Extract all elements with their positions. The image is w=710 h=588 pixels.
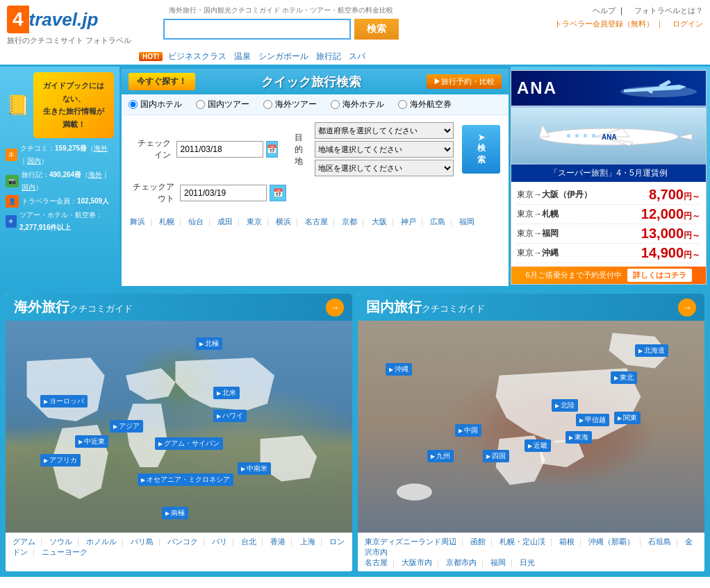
tour-stat: ツアー・ホテル・航空券：2,277,916件以上 xyxy=(19,209,114,234)
link-taipei[interactable]: 台北 xyxy=(241,537,256,546)
pin-tohoku[interactable]: 東北 xyxy=(611,371,637,384)
ana-footer-text: 6月ご搭乗分まで予約受付中 xyxy=(525,270,621,280)
diary-icon: 📷 xyxy=(6,175,19,187)
city-narita[interactable]: 成田 xyxy=(217,217,233,226)
city-osaka[interactable]: 大阪 xyxy=(372,217,387,226)
link-sapporo-jozankei[interactable]: 札幌・定山渓 xyxy=(500,537,545,546)
pin-kyushu[interactable]: 九州 xyxy=(427,450,454,462)
link-okinawa-naha[interactable]: 沖縄（那覇） xyxy=(588,537,634,546)
tab-overseas-tour[interactable]: 海外ツアー xyxy=(263,99,317,110)
link-seoul[interactable]: ソウル xyxy=(49,537,72,546)
svg-text:ANA: ANA xyxy=(602,133,617,141)
main-search-button[interactable]: 検索 xyxy=(354,19,399,40)
link-disneyland[interactable]: 東京ディズニーランド周辺 xyxy=(365,537,456,546)
ana-logo-plane xyxy=(617,74,700,102)
pin-okinawa[interactable]: 沖縄 xyxy=(386,363,412,376)
hotbar-link-onsen[interactable]: 温泉 xyxy=(234,51,251,62)
link-paris[interactable]: パリ xyxy=(212,537,227,546)
pin-chugoku[interactable]: 中国 xyxy=(455,424,481,437)
pin-shikoku[interactable]: 四国 xyxy=(483,450,509,462)
checkout-input[interactable] xyxy=(180,185,267,201)
city-nagoya[interactable]: 名古屋 xyxy=(305,217,328,226)
pin-europe[interactable]: ヨーロッパ xyxy=(40,395,88,408)
city-yokohama[interactable]: 横浜 xyxy=(276,217,291,226)
tab-domestic-hotel[interactable]: 国内ホテル xyxy=(129,99,182,110)
main-search-input[interactable] xyxy=(163,19,351,40)
link-shanghai[interactable]: 上海 xyxy=(300,537,315,546)
login-link[interactable]: ログイン xyxy=(672,19,703,28)
link-bangkok[interactable]: バンコク xyxy=(167,537,198,546)
pin-asia[interactable]: アジア xyxy=(110,420,143,432)
pin-kinki[interactable]: 近畿 xyxy=(525,439,551,452)
link-hongkong[interactable]: 香港 xyxy=(270,537,286,546)
link-bali[interactable]: バリ島 xyxy=(131,537,154,546)
pin-kanto[interactable]: 関東 xyxy=(614,412,641,424)
hotbar-link-spa[interactable]: スパ xyxy=(349,51,365,62)
link-nagoya2[interactable]: 名古屋 xyxy=(365,558,388,566)
register-link[interactable]: トラベラー会員登録（無料） xyxy=(554,19,654,28)
link-hakone[interactable]: 箱根 xyxy=(559,537,575,546)
link-kyoto2[interactable]: 京都市内 xyxy=(446,558,477,566)
hotbar-link-traveljournal[interactable]: 旅行記 xyxy=(316,51,341,62)
city-fukuoka[interactable]: 福岡 xyxy=(459,217,474,226)
help-link[interactable]: ヘルプ xyxy=(593,6,616,15)
area-select[interactable]: 地区を選択してください xyxy=(315,160,454,176)
city-maihama[interactable]: 舞浜 xyxy=(130,217,145,226)
link-nikko[interactable]: 日光 xyxy=(520,558,535,566)
pin-nankyoku[interactable]: 南極 xyxy=(162,507,188,519)
review-stat: クチコミ：159,275冊（海外｜国内） xyxy=(20,142,114,167)
city-sendai[interactable]: 仙台 xyxy=(188,217,204,226)
pin-tokai[interactable]: 東海 xyxy=(565,431,592,444)
link-fukuoka2[interactable]: 福岡 xyxy=(490,558,506,566)
tab-domestic-tour[interactable]: 国内ツアー xyxy=(196,99,249,110)
world-map-svg xyxy=(6,321,352,532)
domestic-city-links: 東京ディズニーランド周辺｜ 函館｜ 札幌・定山渓｜ 箱根｜ 沖縄（那覇）｜ 石垣… xyxy=(358,532,704,571)
search-now-button[interactable]: 今すぐ探す！ xyxy=(129,73,195,90)
overseas-guide-title: 海外旅行クチコミガイド xyxy=(14,298,133,317)
pin-central-south-america[interactable]: 中南米 xyxy=(238,462,271,475)
city-hiroshima[interactable]: 広島 xyxy=(430,217,445,226)
link-honolulu[interactable]: ホノルル xyxy=(86,537,117,546)
checkin-input[interactable] xyxy=(176,141,263,158)
link-ishigaki[interactable]: 石垣島 xyxy=(648,537,671,546)
pin-hawaii[interactable]: ハワイ xyxy=(213,410,247,422)
pin-africa[interactable]: アフリカ xyxy=(40,454,81,467)
pin-hokkyoku[interactable]: 北極 xyxy=(196,337,222,350)
logo-number: 4 xyxy=(7,6,29,33)
checkin-calendar-icon[interactable]: 📅 xyxy=(266,141,278,158)
region-select[interactable]: 地域を選択してください xyxy=(315,141,454,158)
city-sapporo[interactable]: 札幌 xyxy=(159,217,174,226)
pin-north-america[interactable]: 北米 xyxy=(213,387,240,399)
travel-book-link[interactable]: ▶旅行予約・比較 xyxy=(427,74,502,89)
pref-select[interactable]: 都道府県を選択してください xyxy=(315,122,454,139)
checkout-calendar-icon[interactable]: 📅 xyxy=(270,185,286,201)
tab-overseas-flight[interactable]: 海外航空券 xyxy=(398,99,452,110)
pin-koshinetsu[interactable]: 甲信越 xyxy=(576,414,609,426)
city-kyoto[interactable]: 京都 xyxy=(342,217,357,226)
city-kobe[interactable]: 神戸 xyxy=(401,217,416,226)
tab-overseas-hotel[interactable]: 海外ホテル xyxy=(331,99,384,110)
member-stat: トラベラー会員：102,509人 xyxy=(22,195,109,208)
pin-middle-east[interactable]: 中近東 xyxy=(75,435,108,448)
overseas-guide-arrow[interactable]: → xyxy=(326,299,344,317)
pin-guam[interactable]: グアム・サイパン xyxy=(155,437,223,450)
pin-hokkaido[interactable]: 北海道 xyxy=(635,344,668,357)
city-tokyo[interactable]: 東京 xyxy=(247,217,262,226)
hotbar-link-singapore[interactable]: シンガポール xyxy=(258,51,308,62)
link-osaka2[interactable]: 大阪市内 xyxy=(402,558,432,566)
link-guam[interactable]: グアム xyxy=(13,537,35,546)
link-newyork[interactable]: ニューヨーク xyxy=(42,548,88,556)
tour-icon: ✈ xyxy=(6,215,17,228)
hotbar-link-business[interactable]: ビジネスクラス xyxy=(168,51,226,62)
domestic-guide-arrow[interactable]: → xyxy=(678,299,696,317)
hot-badge: HOT! xyxy=(139,52,163,61)
ana-plane-image: ANA xyxy=(511,106,706,165)
city-links: 舞浜｜ 札幌｜ 仙台｜ 成田｜ 東京｜ 横浜｜ 名古屋｜ 京都｜ 大阪｜ 神戸｜… xyxy=(122,214,509,233)
widget-search-button[interactable]: ➤ 検索 xyxy=(462,125,500,174)
pin-oceania[interactable]: オセアニア・ミクロネシア xyxy=(138,473,233,486)
ana-price-fukuoka: 東京→福岡 13,000円～ xyxy=(517,224,700,244)
ana-detail-button[interactable]: 詳しくはコチラ xyxy=(627,269,692,282)
about-link[interactable]: フォトラベルとは？ xyxy=(634,6,703,15)
pin-hokuriku[interactable]: 北陸 xyxy=(552,399,578,412)
link-hakodate[interactable]: 函館 xyxy=(470,537,486,546)
